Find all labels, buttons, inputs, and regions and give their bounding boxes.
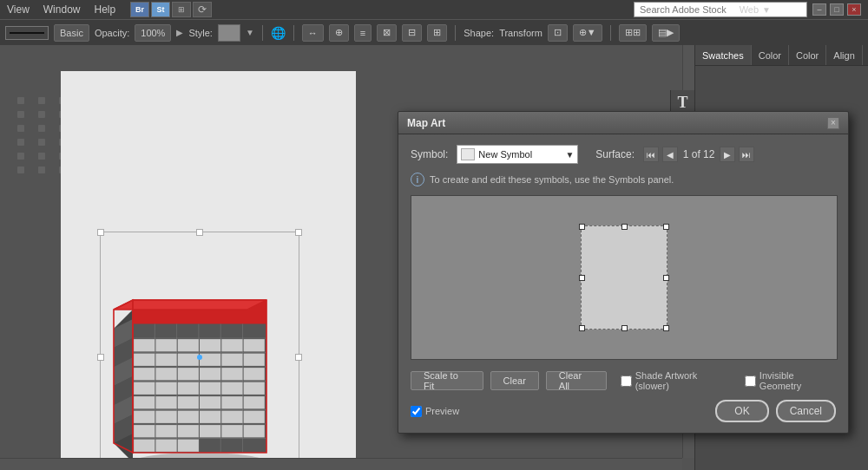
transform-btn5[interactable]: ⊟ xyxy=(402,24,422,42)
stock-icon[interactable]: St xyxy=(151,2,170,17)
panel-btn[interactable]: ▤▶ xyxy=(652,24,680,42)
toolbar: Basic Opacity: 100% ▶ Style: ▼ 🌐 ↔ ⊕ ≡ ⊠… xyxy=(0,19,868,45)
surface-last-button[interactable]: ⏭ xyxy=(739,147,754,162)
transform-btn4[interactable]: ⊠ xyxy=(377,24,397,42)
dialog-close-button[interactable]: × xyxy=(827,117,839,129)
clear-all-button[interactable]: Clear All xyxy=(546,371,607,390)
view-grid-btn[interactable]: ⊞⊞ xyxy=(619,24,647,42)
style-label: Style: xyxy=(188,28,213,38)
close-button[interactable]: × xyxy=(847,3,861,16)
shape-label: Shape: xyxy=(464,28,494,38)
svg-rect-49 xyxy=(134,411,155,423)
dialog-titlebar: Map Art × xyxy=(398,112,848,134)
preview-handle-tc xyxy=(621,224,628,230)
window-controls: Web ▼ – □ × xyxy=(740,0,868,19)
symbol-color-preview xyxy=(461,148,475,160)
style-box[interactable] xyxy=(218,24,240,42)
minimize-button[interactable]: – xyxy=(812,3,826,16)
preview-handle-ml xyxy=(579,275,585,281)
ok-button[interactable]: OK xyxy=(715,400,768,422)
maximize-button[interactable]: □ xyxy=(830,3,844,16)
svg-rect-59 xyxy=(221,425,242,437)
menu-help[interactable]: Help xyxy=(94,3,115,16)
sep4 xyxy=(610,25,611,41)
svg-rect-44 xyxy=(155,396,176,408)
preview-handle-mr xyxy=(663,275,669,281)
invisible-geometry-label: Invisible Geometry xyxy=(760,370,836,391)
svg-rect-54 xyxy=(244,411,265,423)
preview-checkbox[interactable] xyxy=(411,406,422,417)
svg-rect-26 xyxy=(155,354,176,366)
svg-rect-33 xyxy=(178,368,199,380)
dialog-body: Symbol: New Symbol ▼ Surface: ⏮ ◀ 1 of 1… xyxy=(398,134,848,433)
menu-bar: View Window Help Br St ⊞ ⟳ Web ▼ – □ × xyxy=(0,0,868,19)
preview-handle-tr xyxy=(663,224,669,230)
workspace-dropdown-icon[interactable]: ▼ xyxy=(762,5,771,15)
svg-rect-48 xyxy=(244,396,265,408)
svg-rect-45 xyxy=(178,396,199,408)
symbol-row: Symbol: New Symbol ▼ Surface: ⏮ ◀ 1 of 1… xyxy=(411,145,836,164)
invisible-geometry-group: Invisible Geometry xyxy=(745,370,836,391)
menu-window[interactable]: Window xyxy=(43,3,81,16)
tab-color[interactable]: Color xyxy=(752,45,789,65)
transform-extra-btn[interactable]: ⊕▼ xyxy=(573,24,602,42)
transform-btn2[interactable]: ⊕ xyxy=(329,24,349,42)
transform-btn6[interactable]: ⊞ xyxy=(427,24,447,42)
svg-rect-31 xyxy=(134,368,155,380)
workspace-label: Web xyxy=(740,4,759,15)
info-icon: i xyxy=(411,173,424,186)
svg-rect-53 xyxy=(221,411,242,423)
svg-rect-29 xyxy=(221,354,242,366)
bridge-icon[interactable]: Br xyxy=(130,2,149,17)
surface-nav: ⏮ ◀ 1 of 12 ▶ ⏭ xyxy=(643,147,754,162)
svg-rect-43 xyxy=(134,396,155,408)
grid-icon[interactable]: ⊞ xyxy=(172,2,191,17)
tab-align[interactable]: Align xyxy=(826,45,862,65)
svg-rect-27 xyxy=(178,354,199,366)
preview-handle-bc xyxy=(621,325,628,331)
svg-rect-35 xyxy=(221,368,242,380)
tab-swatches[interactable]: Swatches xyxy=(695,45,752,65)
svg-rect-55 xyxy=(134,425,155,437)
tab-color2[interactable]: Color xyxy=(789,45,826,65)
svg-rect-57 xyxy=(178,425,199,437)
sync-icon[interactable]: ⟳ xyxy=(193,2,212,17)
info-row: i To create and edit these symbols, use … xyxy=(411,173,836,186)
svg-rect-56 xyxy=(155,425,176,437)
transform-btn3[interactable]: ≡ xyxy=(354,24,372,42)
clear-button[interactable]: Clear xyxy=(490,371,539,390)
svg-rect-60 xyxy=(244,425,265,437)
cancel-button[interactable]: Cancel xyxy=(776,400,836,422)
shade-artwork-checkbox[interactable] xyxy=(621,375,632,387)
preview-canvas xyxy=(411,195,838,360)
map-art-dialog[interactable]: Map Art × Symbol: New Symbol ▼ Surface: … xyxy=(398,111,849,434)
svg-rect-32 xyxy=(155,368,176,380)
svg-rect-39 xyxy=(178,382,199,395)
svg-rect-42 xyxy=(244,382,265,395)
transform-label: Transform xyxy=(499,28,542,38)
surface-next-button[interactable]: ▶ xyxy=(720,147,735,162)
svg-rect-34 xyxy=(200,368,220,380)
transform-btn1[interactable]: ↔ xyxy=(302,24,324,42)
invisible-geometry-checkbox[interactable] xyxy=(745,375,756,387)
svg-rect-28 xyxy=(200,354,220,366)
preview-symbol xyxy=(581,225,667,330)
menu-view[interactable]: View xyxy=(7,3,30,16)
app-icons: Br St ⊞ ⟳ xyxy=(130,0,212,19)
svg-rect-22 xyxy=(200,339,220,351)
surface-first-button[interactable]: ⏮ xyxy=(643,147,659,162)
tab-pathfinder[interactable]: Pathfin xyxy=(863,45,868,65)
globe-icon: 🌐 xyxy=(271,26,286,40)
horizontal-scrollbar[interactable] xyxy=(0,458,682,470)
symbol-label: Symbol: xyxy=(411,148,448,160)
symbol-dropdown[interactable]: New Symbol ▼ xyxy=(457,145,578,164)
preset-dropdown[interactable]: Basic xyxy=(54,24,89,42)
scale-to-fit-button[interactable]: Scale to Fit xyxy=(411,371,483,390)
transform-mode-btn[interactable]: ⊡ xyxy=(548,24,568,42)
bottom-row: Preview OK Cancel xyxy=(411,400,836,422)
svg-rect-58 xyxy=(200,425,220,437)
opacity-value[interactable]: 100% xyxy=(135,24,171,42)
svg-rect-63 xyxy=(178,440,199,452)
style-chevron-icon: ▼ xyxy=(246,28,254,37)
surface-prev-button[interactable]: ◀ xyxy=(662,147,678,162)
